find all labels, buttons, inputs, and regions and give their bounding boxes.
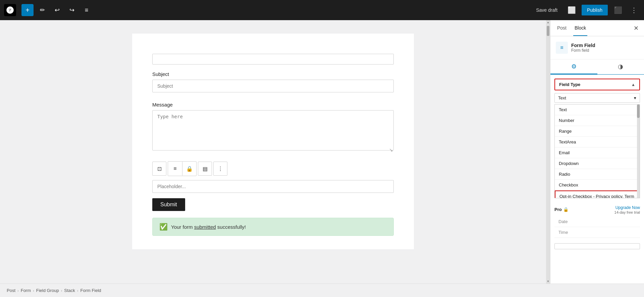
- tab-block[interactable]: Block: [573, 20, 587, 36]
- breadcrumb-form: Form: [21, 288, 31, 293]
- pro-item-date[interactable]: Date: [554, 216, 640, 227]
- dropdown-arrow-icon: ▾: [634, 95, 636, 100]
- field-type-header[interactable]: Field Type ▲: [554, 79, 640, 90]
- resize-handle[interactable]: ↘: [389, 147, 393, 151]
- settings-toggle-button[interactable]: ⬛: [612, 4, 624, 16]
- align-icon: ⊡: [157, 166, 162, 172]
- dropdown-item-7[interactable]: Checkbox: [555, 180, 640, 190]
- breadcrumb-sep-4: ›: [77, 289, 78, 293]
- dropdown-item-5[interactable]: Dropdown: [555, 158, 640, 169]
- text-icon: ▤: [203, 166, 208, 172]
- breadcrumb-post: Post: [7, 288, 15, 293]
- selected-field-type: Text: [558, 95, 566, 100]
- dropdown-item-3[interactable]: TextArea: [555, 137, 640, 147]
- field-toolbar: ⊡ ≡ 🔒 ▤ ⋮: [152, 161, 394, 176]
- publish-button[interactable]: Publish: [582, 5, 608, 15]
- plus-icon: +: [25, 6, 30, 14]
- dropdown-item-8[interactable]: Opt-in Checkbox - Privacy policy, Term: [555, 190, 640, 198]
- sidebar-header: Post Block ✕: [550, 20, 644, 36]
- breadcrumb-sep-1: ›: [17, 289, 19, 293]
- editor-area: Subject Message ↘ ⊡: [0, 20, 546, 284]
- scroll-thumb[interactable]: [547, 26, 549, 36]
- redo-button[interactable]: ↪: [66, 4, 78, 16]
- scroll-down-arrow[interactable]: ▼: [547, 280, 549, 283]
- breadcrumb-form-field: Form Field: [80, 288, 101, 293]
- sidebar: Post Block ✕ ≡ Form Field Form field ⚙ ◑: [550, 20, 644, 284]
- main-toolbar: W + ✏ ↩ ↪ ≡ Save draft ⬜ Publish ⬛ ⋮: [0, 0, 644, 20]
- pro-section: Pro 🔒 Upgrade Now 14-day free trial Date…: [550, 202, 644, 241]
- main-layout: Subject Message ↘ ⊡: [0, 20, 644, 284]
- align-button[interactable]: ⊡: [152, 162, 166, 176]
- block-subtitle: Form field: [571, 48, 595, 53]
- tab-settings[interactable]: ⚙: [550, 59, 597, 74]
- check-circle-icon: ✅: [159, 223, 168, 231]
- dropdown-item-4[interactable]: Email: [555, 147, 640, 158]
- lock-button[interactable]: 🔒: [182, 162, 196, 176]
- breadcrumb-field-group: Field Group: [36, 288, 59, 293]
- dropdown-scrollbar[interactable]: [637, 104, 640, 198]
- dots-icon: ⋮: [218, 166, 223, 172]
- wp-logo: W: [4, 4, 16, 16]
- placeholder-input[interactable]: [152, 180, 394, 193]
- text-format-button[interactable]: ▤: [198, 162, 212, 176]
- gear-icon: ⚙: [571, 63, 577, 70]
- block-icon: ≡: [556, 42, 568, 54]
- sidebar-close-button[interactable]: ✕: [634, 25, 639, 32]
- field-type-dropdown-list: TextNumberRangeTextAreaEmailDropdownRadi…: [554, 104, 640, 198]
- form-field-icon: ≡: [560, 45, 563, 51]
- pencil-icon: ✏: [40, 6, 45, 14]
- dropdown-item-2[interactable]: Range: [555, 126, 640, 137]
- editor-scrollbar[interactable]: ▲ ▼: [546, 20, 550, 284]
- editor-wrapper: Subject Message ↘ ⊡: [0, 20, 550, 284]
- pro-lock-icon: 🔒: [563, 207, 569, 212]
- close-icon: ✕: [634, 25, 639, 32]
- breadcrumb-stack: Stack: [64, 288, 75, 293]
- top-cut-input: [152, 54, 394, 65]
- dropdown-item-6[interactable]: Radio: [555, 169, 640, 180]
- more-field-options-button[interactable]: ⋮: [213, 162, 227, 176]
- add-block-button[interactable]: +: [21, 4, 34, 16]
- submit-button[interactable]: Submit: [152, 198, 185, 211]
- breadcrumb-sep-2: ›: [33, 289, 34, 293]
- pro-item-time[interactable]: Time: [554, 227, 640, 238]
- field-type-section: Field Type ▲ Text ▾ TextNumberRangeTextA…: [550, 75, 644, 202]
- undo-button[interactable]: ↩: [51, 4, 63, 16]
- screen-options-button[interactable]: ⬜: [566, 4, 578, 16]
- scroll-up-arrow[interactable]: ▲: [547, 21, 549, 24]
- lock-icon: 🔒: [186, 166, 193, 172]
- undo-icon: ↩: [55, 6, 60, 14]
- tab-post[interactable]: Post: [556, 20, 568, 36]
- list-format-button[interactable]: ≡: [168, 162, 182, 176]
- bottom-field-input[interactable]: [554, 243, 640, 249]
- halfcircle-icon: ◑: [618, 63, 623, 70]
- block-details: Form Field Form field: [571, 43, 595, 53]
- save-draft-button[interactable]: Save draft: [532, 5, 561, 15]
- tab-style[interactable]: ◑: [597, 59, 644, 74]
- dropdown-scrollbar-thumb[interactable]: [637, 104, 640, 118]
- message-section: Message ↘: [152, 102, 394, 152]
- upgrade-now-link[interactable]: Upgrade Now: [615, 205, 640, 210]
- breadcrumb-sep-3: ›: [61, 289, 62, 293]
- dropdown-item-0[interactable]: Text: [555, 104, 640, 115]
- redo-icon: ↪: [69, 6, 74, 14]
- block-title: Form Field: [571, 43, 595, 48]
- ellipsis-icon: ⋮: [631, 6, 637, 14]
- screen-icon: ⬜: [568, 6, 576, 14]
- dropdown-item-1[interactable]: Number: [555, 115, 640, 126]
- success-message: ✅ Your form submitted successfully!: [152, 218, 394, 236]
- svg-text:W: W: [8, 8, 12, 12]
- breadcrumb: Post › Form › Field Group › Stack › Form…: [0, 284, 644, 297]
- success-text: Your form submitted successfully!: [171, 224, 246, 230]
- block-info: ≡ Form Field Form field: [550, 36, 644, 59]
- sidebar-toggle-icon: ⬛: [614, 6, 622, 14]
- more-options-button[interactable]: ⋮: [628, 4, 640, 16]
- field-type-dropdown[interactable]: Text ▾: [554, 93, 640, 103]
- subject-section: Subject: [152, 71, 394, 92]
- edit-button[interactable]: ✏: [36, 4, 48, 16]
- message-textarea[interactable]: [152, 110, 394, 151]
- collapse-arrow-icon: ▲: [631, 82, 635, 87]
- subject-label: Subject: [152, 71, 394, 77]
- subject-input[interactable]: [152, 80, 394, 92]
- textarea-wrapper: ↘: [152, 110, 394, 152]
- document-overview-button[interactable]: ≡: [80, 4, 93, 16]
